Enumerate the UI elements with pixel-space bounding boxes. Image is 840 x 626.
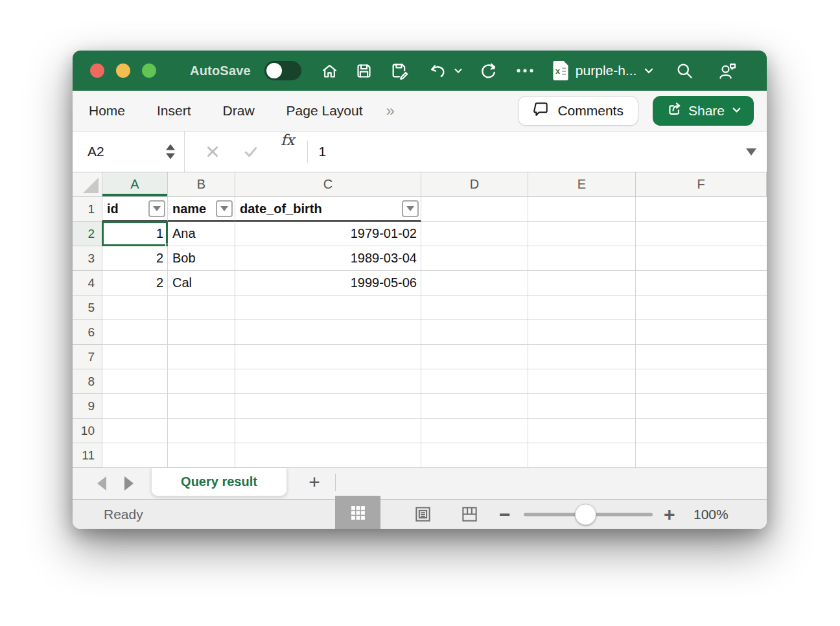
cell-b11[interactable] bbox=[168, 443, 235, 468]
cell-b9[interactable] bbox=[168, 394, 235, 419]
cell-b1[interactable]: name bbox=[168, 197, 235, 222]
cell-b3[interactable]: Bob bbox=[168, 246, 235, 271]
cell-c11[interactable] bbox=[235, 443, 421, 468]
cell-a10[interactable] bbox=[102, 419, 168, 443]
cell-e5[interactable] bbox=[528, 296, 636, 320]
ribbon-overflow-chevron-icon[interactable]: » bbox=[386, 102, 395, 120]
cell-f5[interactable] bbox=[636, 296, 767, 320]
cell-f10[interactable] bbox=[636, 419, 767, 443]
cell-c10[interactable] bbox=[235, 419, 421, 443]
filter-button-date[interactable] bbox=[402, 200, 419, 217]
column-header-f[interactable]: F bbox=[636, 172, 767, 197]
next-sheet-icon[interactable] bbox=[106, 476, 134, 491]
filter-button-id[interactable] bbox=[148, 200, 165, 217]
cell-b8[interactable] bbox=[168, 369, 235, 394]
more-icon[interactable] bbox=[516, 67, 534, 74]
cell-b2[interactable]: Ana bbox=[168, 222, 235, 246]
cell-f4[interactable] bbox=[636, 271, 767, 296]
cell-c6[interactable] bbox=[235, 320, 421, 345]
share-button[interactable]: Share bbox=[653, 96, 754, 126]
row-header-9[interactable]: 9 bbox=[73, 394, 102, 419]
row-header-7[interactable]: 7 bbox=[73, 345, 102, 369]
enter-check-icon[interactable] bbox=[243, 132, 259, 172]
cell-d3[interactable] bbox=[421, 246, 528, 271]
row-header-2[interactable]: 2 bbox=[73, 222, 102, 246]
filename-chevron-icon[interactable] bbox=[643, 65, 655, 76]
cell-c1[interactable]: date_of_birth bbox=[235, 197, 421, 222]
cell-e6[interactable] bbox=[528, 320, 636, 345]
cell-f8[interactable] bbox=[636, 369, 767, 394]
cell-f7[interactable] bbox=[636, 345, 767, 369]
cell-f9[interactable] bbox=[636, 394, 767, 419]
page-layout-view-button[interactable] bbox=[401, 500, 444, 529]
column-header-b[interactable]: B bbox=[168, 172, 235, 197]
cell-c7[interactable] bbox=[235, 345, 421, 369]
cell-a1[interactable]: id bbox=[102, 197, 168, 222]
name-box[interactable]: A2 bbox=[73, 132, 185, 172]
cell-e4[interactable] bbox=[528, 271, 636, 296]
column-header-a[interactable]: A bbox=[102, 172, 168, 197]
cell-c2[interactable]: 1979-01-02 bbox=[235, 222, 421, 246]
document-title[interactable]: purple-h... bbox=[576, 63, 637, 78]
cell-e8[interactable] bbox=[528, 369, 636, 394]
cell-e3[interactable] bbox=[528, 246, 636, 271]
cell-d7[interactable] bbox=[421, 345, 528, 369]
prev-sheet-icon[interactable] bbox=[73, 476, 106, 491]
cell-d4[interactable] bbox=[421, 271, 528, 296]
column-header-e[interactable]: E bbox=[528, 172, 636, 197]
tab-home[interactable]: Home bbox=[89, 103, 125, 119]
cell-e7[interactable] bbox=[528, 345, 636, 369]
comments-button[interactable]: Comments bbox=[518, 96, 638, 126]
cancel-icon[interactable] bbox=[205, 132, 220, 172]
cell-b4[interactable]: Cal bbox=[168, 271, 235, 296]
cell-b6[interactable] bbox=[168, 320, 235, 345]
tab-draw[interactable]: Draw bbox=[223, 103, 255, 119]
row-header-3[interactable]: 3 bbox=[73, 246, 102, 271]
cell-e10[interactable] bbox=[528, 419, 636, 443]
zoom-out-button[interactable]: − bbox=[499, 504, 511, 526]
formula-bar-expand-icon[interactable] bbox=[746, 148, 756, 156]
row-header-8[interactable]: 8 bbox=[73, 369, 102, 394]
row-header-5[interactable]: 5 bbox=[73, 296, 102, 320]
cell-c4[interactable]: 1999-05-06 bbox=[235, 271, 421, 296]
cell-a6[interactable] bbox=[102, 320, 168, 345]
cell-d2[interactable] bbox=[421, 222, 528, 246]
fullscreen-button[interactable] bbox=[142, 64, 156, 78]
cell-f1[interactable] bbox=[636, 197, 767, 222]
minimize-button[interactable] bbox=[116, 64, 130, 78]
cell-d5[interactable] bbox=[421, 296, 528, 320]
row-header-6[interactable]: 6 bbox=[73, 320, 102, 345]
cell-f11[interactable] bbox=[636, 443, 767, 468]
redo-icon[interactable] bbox=[480, 62, 498, 80]
row-header-11[interactable]: 11 bbox=[73, 443, 102, 468]
home-icon[interactable] bbox=[321, 62, 338, 80]
cell-a4[interactable]: 2 bbox=[102, 271, 168, 296]
sheet-tab-query-result[interactable]: Query result bbox=[151, 468, 287, 496]
row-header-10[interactable]: 10 bbox=[73, 419, 102, 443]
cell-a11[interactable] bbox=[102, 443, 168, 468]
zoom-level[interactable]: 100% bbox=[694, 507, 729, 522]
column-header-d[interactable]: D bbox=[421, 172, 528, 197]
row-header-1[interactable]: 1 bbox=[73, 197, 102, 222]
close-button[interactable] bbox=[90, 64, 104, 78]
cell-d9[interactable] bbox=[421, 394, 528, 419]
tab-insert[interactable]: Insert bbox=[157, 103, 191, 119]
autosave-toggle[interactable] bbox=[264, 61, 301, 80]
normal-view-button[interactable] bbox=[335, 496, 380, 529]
formula-input[interactable]: 1 bbox=[318, 132, 746, 172]
filter-button-name[interactable] bbox=[216, 200, 233, 217]
cell-f6[interactable] bbox=[636, 320, 767, 345]
cell-d8[interactable] bbox=[421, 369, 528, 394]
page-break-view-button[interactable] bbox=[448, 500, 491, 529]
cell-e11[interactable] bbox=[528, 443, 636, 468]
save-as-icon[interactable] bbox=[390, 62, 408, 80]
cell-e9[interactable] bbox=[528, 394, 636, 419]
cell-d6[interactable] bbox=[421, 320, 528, 345]
search-icon[interactable] bbox=[675, 62, 694, 80]
row-header-4[interactable]: 4 bbox=[73, 271, 102, 296]
save-icon[interactable] bbox=[355, 62, 373, 80]
cell-c5[interactable] bbox=[235, 296, 421, 320]
fx-icon[interactable]: fx bbox=[281, 132, 294, 172]
add-sheet-button[interactable]: + bbox=[303, 468, 326, 496]
cell-a2-selected[interactable]: 1 bbox=[102, 222, 168, 246]
